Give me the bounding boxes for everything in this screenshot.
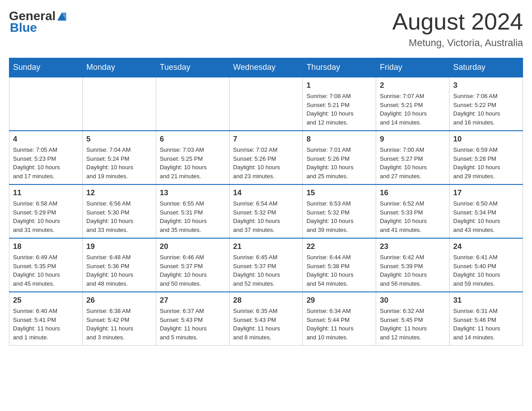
month-title: August 2024 <box>392 9 523 34</box>
day-info: Sunrise: 6:44 AM Sunset: 5:38 PM Dayligh… <box>306 253 372 288</box>
column-header-sunday: Sunday <box>9 58 83 77</box>
calendar-cell: 24Sunrise: 6:41 AM Sunset: 5:40 PM Dayli… <box>450 238 523 292</box>
day-info: Sunrise: 7:08 AM Sunset: 5:21 PM Dayligh… <box>306 92 372 127</box>
day-number: 15 <box>306 188 372 197</box>
calendar-cell: 18Sunrise: 6:49 AM Sunset: 5:35 PM Dayli… <box>9 238 83 292</box>
day-info: Sunrise: 6:41 AM Sunset: 5:40 PM Dayligh… <box>453 253 519 288</box>
column-header-monday: Monday <box>82 58 156 77</box>
calendar-table: SundayMondayTuesdayWednesdayThursdayFrid… <box>9 58 523 346</box>
day-number: 22 <box>306 242 372 251</box>
logo-blue-text: Blue <box>10 21 37 35</box>
calendar-cell: 14Sunrise: 6:54 AM Sunset: 5:32 PM Dayli… <box>229 184 303 238</box>
day-info: Sunrise: 6:49 AM Sunset: 5:35 PM Dayligh… <box>13 253 79 288</box>
calendar-cell <box>82 77 156 131</box>
logo-triangle-icon <box>57 11 66 21</box>
location-text: Metung, Victoria, Australia <box>392 37 523 49</box>
calendar-cell: 20Sunrise: 6:46 AM Sunset: 5:37 PM Dayli… <box>156 238 229 292</box>
calendar-cell: 23Sunrise: 6:42 AM Sunset: 5:39 PM Dayli… <box>376 238 450 292</box>
calendar-cell: 21Sunrise: 6:45 AM Sunset: 5:37 PM Dayli… <box>229 238 303 292</box>
day-info: Sunrise: 6:42 AM Sunset: 5:39 PM Dayligh… <box>380 253 446 288</box>
day-number: 29 <box>306 296 372 305</box>
day-info: Sunrise: 6:38 AM Sunset: 5:42 PM Dayligh… <box>86 307 152 342</box>
day-info: Sunrise: 7:07 AM Sunset: 5:21 PM Dayligh… <box>380 92 446 127</box>
day-info: Sunrise: 6:55 AM Sunset: 5:31 PM Dayligh… <box>160 199 226 234</box>
day-info: Sunrise: 7:05 AM Sunset: 5:23 PM Dayligh… <box>13 146 79 180</box>
day-number: 12 <box>86 188 152 197</box>
calendar-cell: 15Sunrise: 6:53 AM Sunset: 5:32 PM Dayli… <box>303 184 376 238</box>
column-header-thursday: Thursday <box>303 58 376 77</box>
week-row-5: 25Sunrise: 6:40 AM Sunset: 5:41 PM Dayli… <box>9 292 523 346</box>
column-header-friday: Friday <box>376 58 450 77</box>
day-number: 31 <box>453 296 519 305</box>
day-number: 4 <box>13 135 79 144</box>
day-info: Sunrise: 6:56 AM Sunset: 5:30 PM Dayligh… <box>86 199 152 234</box>
day-number: 9 <box>380 135 446 144</box>
day-info: Sunrise: 6:53 AM Sunset: 5:32 PM Dayligh… <box>306 199 372 234</box>
day-number: 26 <box>86 296 152 305</box>
calendar-cell: 3Sunrise: 7:06 AM Sunset: 5:22 PM Daylig… <box>450 77 523 131</box>
calendar-cell <box>229 77 303 131</box>
day-number: 18 <box>13 242 79 251</box>
day-number: 3 <box>453 81 519 90</box>
column-header-tuesday: Tuesday <box>156 58 229 77</box>
calendar-cell: 6Sunrise: 7:03 AM Sunset: 5:25 PM Daylig… <box>156 131 229 184</box>
day-info: Sunrise: 6:52 AM Sunset: 5:33 PM Dayligh… <box>380 199 446 234</box>
day-number: 2 <box>380 81 446 90</box>
calendar-cell: 2Sunrise: 7:07 AM Sunset: 5:21 PM Daylig… <box>376 77 450 131</box>
day-info: Sunrise: 6:31 AM Sunset: 5:46 PM Dayligh… <box>453 307 519 342</box>
day-number: 14 <box>233 188 299 197</box>
day-info: Sunrise: 6:46 AM Sunset: 5:37 PM Dayligh… <box>160 253 226 288</box>
day-info: Sunrise: 6:32 AM Sunset: 5:45 PM Dayligh… <box>380 307 446 342</box>
day-number: 6 <box>160 135 226 144</box>
calendar-cell: 12Sunrise: 6:56 AM Sunset: 5:30 PM Dayli… <box>82 184 156 238</box>
week-row-1: 1Sunrise: 7:08 AM Sunset: 5:21 PM Daylig… <box>9 77 523 131</box>
calendar-cell: 19Sunrise: 6:48 AM Sunset: 5:36 PM Dayli… <box>82 238 156 292</box>
logo: General Blue <box>9 9 66 35</box>
day-number: 30 <box>380 296 446 305</box>
day-info: Sunrise: 6:34 AM Sunset: 5:44 PM Dayligh… <box>306 307 372 342</box>
day-number: 5 <box>86 135 152 144</box>
day-number: 8 <box>306 135 372 144</box>
calendar-cell: 29Sunrise: 6:34 AM Sunset: 5:44 PM Dayli… <box>303 292 376 346</box>
day-info: Sunrise: 6:54 AM Sunset: 5:32 PM Dayligh… <box>233 199 299 234</box>
day-info: Sunrise: 6:45 AM Sunset: 5:37 PM Dayligh… <box>233 253 299 288</box>
day-number: 20 <box>160 242 226 251</box>
calendar-cell <box>156 77 229 131</box>
day-number: 25 <box>13 296 79 305</box>
day-info: Sunrise: 7:00 AM Sunset: 5:27 PM Dayligh… <box>380 146 446 180</box>
calendar-cell: 13Sunrise: 6:55 AM Sunset: 5:31 PM Dayli… <box>156 184 229 238</box>
calendar-cell: 10Sunrise: 6:59 AM Sunset: 5:28 PM Dayli… <box>450 131 523 184</box>
calendar-cell: 17Sunrise: 6:50 AM Sunset: 5:34 PM Dayli… <box>450 184 523 238</box>
calendar-cell: 5Sunrise: 7:04 AM Sunset: 5:24 PM Daylig… <box>82 131 156 184</box>
day-number: 16 <box>380 188 446 197</box>
calendar-cell: 11Sunrise: 6:58 AM Sunset: 5:29 PM Dayli… <box>9 184 83 238</box>
calendar-cell: 1Sunrise: 7:08 AM Sunset: 5:21 PM Daylig… <box>303 77 376 131</box>
day-info: Sunrise: 7:03 AM Sunset: 5:25 PM Dayligh… <box>160 146 226 180</box>
calendar-cell: 8Sunrise: 7:01 AM Sunset: 5:26 PM Daylig… <box>303 131 376 184</box>
day-info: Sunrise: 6:37 AM Sunset: 5:43 PM Dayligh… <box>160 307 226 342</box>
day-info: Sunrise: 7:02 AM Sunset: 5:26 PM Dayligh… <box>233 146 299 180</box>
day-number: 28 <box>233 296 299 305</box>
calendar-cell: 26Sunrise: 6:38 AM Sunset: 5:42 PM Dayli… <box>82 292 156 346</box>
day-info: Sunrise: 6:35 AM Sunset: 5:43 PM Dayligh… <box>233 307 299 342</box>
day-number: 11 <box>13 188 79 197</box>
day-info: Sunrise: 7:01 AM Sunset: 5:26 PM Dayligh… <box>306 146 372 180</box>
day-number: 13 <box>160 188 226 197</box>
day-number: 17 <box>453 188 519 197</box>
day-info: Sunrise: 6:50 AM Sunset: 5:34 PM Dayligh… <box>453 199 519 234</box>
column-header-saturday: Saturday <box>450 58 523 77</box>
calendar-cell <box>9 77 83 131</box>
calendar-cell: 7Sunrise: 7:02 AM Sunset: 5:26 PM Daylig… <box>229 131 303 184</box>
calendar-cell: 28Sunrise: 6:35 AM Sunset: 5:43 PM Dayli… <box>229 292 303 346</box>
week-row-3: 11Sunrise: 6:58 AM Sunset: 5:29 PM Dayli… <box>9 184 523 238</box>
day-info: Sunrise: 6:58 AM Sunset: 5:29 PM Dayligh… <box>13 199 79 234</box>
day-info: Sunrise: 6:48 AM Sunset: 5:36 PM Dayligh… <box>86 253 152 288</box>
calendar-cell: 25Sunrise: 6:40 AM Sunset: 5:41 PM Dayli… <box>9 292 83 346</box>
day-number: 27 <box>160 296 226 305</box>
day-number: 21 <box>233 242 299 251</box>
week-row-2: 4Sunrise: 7:05 AM Sunset: 5:23 PM Daylig… <box>9 131 523 184</box>
day-info: Sunrise: 7:06 AM Sunset: 5:22 PM Dayligh… <box>453 92 519 127</box>
calendar-cell: 22Sunrise: 6:44 AM Sunset: 5:38 PM Dayli… <box>303 238 376 292</box>
page-header: General Blue August 2024 Metung, Victori… <box>9 9 523 49</box>
calendar-cell: 4Sunrise: 7:05 AM Sunset: 5:23 PM Daylig… <box>9 131 83 184</box>
